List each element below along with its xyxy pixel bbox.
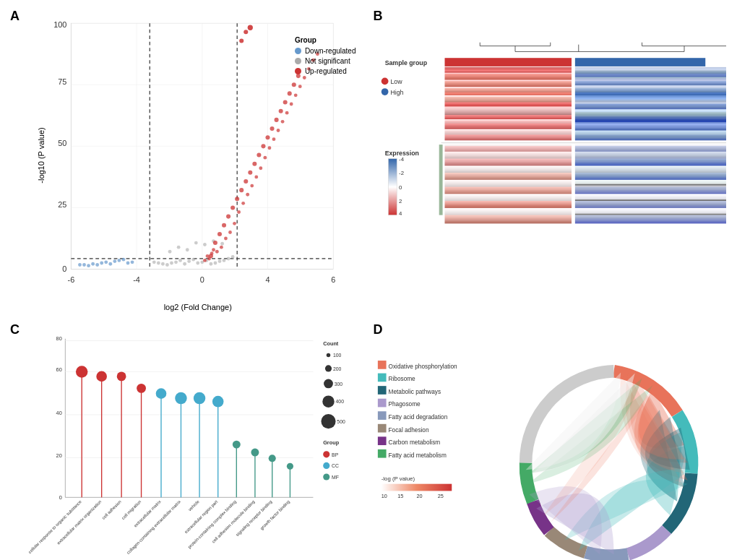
svg-point-57 [194, 241, 198, 245]
svg-rect-288 [444, 180, 572, 181]
svg-rect-187 [574, 105, 726, 107]
svg-rect-343 [574, 218, 726, 220]
svg-rect-341 [574, 217, 726, 218]
svg-rect-163 [574, 88, 726, 90]
svg-rect-285 [574, 177, 726, 178]
svg-rect-273 [574, 168, 726, 170]
svg-point-69 [243, 179, 248, 184]
svg-rect-265 [574, 163, 726, 164]
svg-rect-196 [444, 112, 572, 113]
svg-rect-430 [377, 411, 386, 420]
svg-point-48 [223, 259, 226, 262]
svg-rect-303 [574, 190, 726, 191]
svg-text:CC: CC [332, 463, 339, 468]
svg-point-32 [91, 262, 95, 266]
svg-rect-236 [441, 142, 726, 143]
svg-rect-251 [574, 153, 726, 155]
svg-point-52 [157, 262, 160, 265]
svg-point-88 [228, 231, 232, 234]
svg-point-67 [235, 197, 239, 201]
svg-rect-172 [444, 95, 572, 97]
svg-rect-256 [444, 158, 572, 159]
svg-text:High: High [390, 89, 403, 96]
up-regulated-label: Up-regulated [305, 67, 347, 75]
svg-rect-271 [574, 167, 726, 168]
svg-rect-194 [444, 111, 572, 112]
svg-rect-146 [444, 77, 572, 79]
svg-point-110 [203, 259, 207, 262]
svg-point-101 [285, 111, 289, 115]
svg-rect-181 [574, 101, 726, 103]
svg-point-71 [252, 162, 257, 166]
svg-point-40 [187, 259, 191, 263]
svg-text:20: 20 [416, 493, 422, 499]
svg-rect-140 [444, 73, 572, 74]
svg-rect-242 [444, 147, 572, 149]
svg-rect-347 [574, 220, 726, 222]
svg-point-385 [233, 441, 241, 449]
svg-rect-434 [377, 436, 386, 445]
svg-rect-257 [574, 158, 726, 159]
svg-rect-197 [574, 112, 726, 113]
svg-rect-269 [574, 165, 726, 167]
svg-text:MF: MF [332, 475, 339, 480]
svg-point-73 [261, 144, 265, 148]
svg-point-28 [122, 258, 126, 262]
svg-rect-280 [444, 174, 572, 176]
svg-rect-202 [444, 116, 572, 118]
svg-rect-232 [444, 137, 572, 139]
svg-rect-134 [444, 69, 572, 70]
svg-point-369 [76, 366, 87, 377]
svg-rect-286 [444, 178, 572, 180]
svg-point-23 [100, 262, 103, 265]
svg-point-383 [212, 396, 224, 408]
svg-rect-220 [444, 129, 572, 131]
svg-rect-322 [444, 204, 572, 205]
svg-point-391 [287, 463, 293, 470]
svg-rect-184 [444, 104, 572, 105]
svg-rect-439 [381, 484, 452, 491]
svg-rect-195 [574, 111, 726, 112]
svg-point-49 [227, 257, 230, 261]
svg-rect-306 [444, 192, 572, 194]
svg-rect-153 [574, 81, 726, 82]
svg-rect-209 [574, 121, 726, 122]
svg-rect-294 [444, 184, 572, 186]
svg-rect-282 [444, 176, 572, 177]
svg-text:200: 200 [333, 366, 342, 371]
svg-rect-150 [444, 79, 572, 81]
svg-rect-235 [574, 139, 726, 140]
svg-rect-243 [574, 147, 726, 149]
svg-point-53 [152, 260, 156, 264]
svg-point-97 [268, 146, 272, 150]
svg-rect-214 [444, 125, 572, 126]
svg-point-416 [323, 451, 329, 457]
svg-rect-157 [574, 84, 726, 85]
svg-rect-349 [574, 222, 726, 223]
svg-rect-192 [444, 109, 572, 111]
svg-rect-126 [574, 58, 704, 66]
svg-rect-276 [444, 171, 572, 173]
svg-rect-305 [574, 191, 726, 192]
svg-point-80 [292, 82, 296, 87]
svg-rect-152 [444, 81, 572, 82]
svg-rect-348 [444, 222, 572, 223]
svg-rect-424 [377, 374, 386, 382]
volcano-y-axis-label: -log10 (P value) [37, 127, 46, 183]
svg-point-33 [82, 263, 86, 267]
svg-rect-300 [444, 189, 572, 190]
svg-rect-143 [574, 74, 726, 76]
svg-text:Focal adhesion: Focal adhesion [388, 427, 428, 434]
svg-rect-137 [574, 70, 726, 72]
panel-c-label: C [10, 322, 20, 337]
svg-rect-221 [574, 129, 726, 131]
svg-rect-319 [574, 201, 726, 202]
svg-rect-314 [444, 198, 572, 199]
svg-rect-281 [574, 174, 726, 176]
svg-rect-260 [444, 160, 572, 162]
svg-point-26 [113, 259, 116, 263]
svg-rect-252 [444, 155, 572, 156]
svg-rect-224 [444, 132, 572, 134]
svg-rect-310 [444, 195, 572, 197]
svg-text:300: 300 [335, 382, 343, 387]
